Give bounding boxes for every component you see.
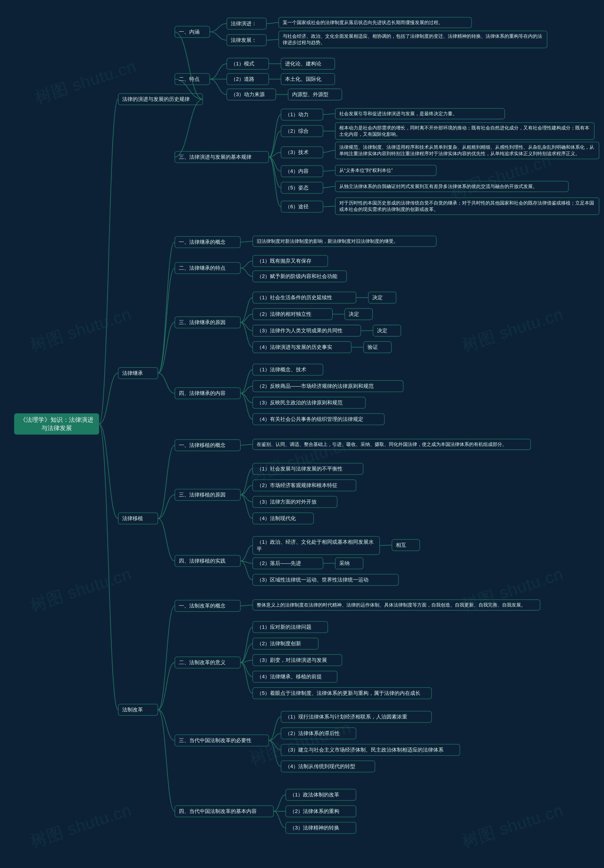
watermark: 树图 shutu.cn xyxy=(27,303,134,356)
node-c4_3[interactable]: （3）区域性法律统一运动、世界性法律统一运动 xyxy=(252,574,399,586)
node-d3_3[interactable]: （3）建立与社会主义市场经济体制、民主政治体制相适应的法律体系 xyxy=(281,744,460,756)
node-a2_2[interactable]: （2）道路 xyxy=(227,73,269,85)
node-d2[interactable]: 二、法制改革的意义 xyxy=(175,657,241,668)
mindmap-stage: 树图 shutu.cn树图 shutu.cn树图 shutu.cn树图 shut… xyxy=(0,0,604,868)
node-a3_5[interactable]: （5）姿态 xyxy=(281,182,323,194)
node-c4_1t[interactable]: 相互 xyxy=(392,539,420,551)
node-a3_6t[interactable]: 对于历时性的本国历史形成的法律传统自觉不自觉的继承；对于共时性的其他国家和社会的… xyxy=(335,197,599,215)
node-l1d[interactable]: 法制改革 xyxy=(118,704,158,716)
node-d2_3[interactable]: （3）剧变，对法律演进与发展 xyxy=(252,654,342,666)
node-a3_6[interactable]: （6）途径 xyxy=(281,201,323,212)
node-c4_2[interactable]: （2）落后——先进 xyxy=(252,557,323,569)
node-a3_2t[interactable]: 根本动力是社会内部需求的增长，同时离不开外部环境的推动；既有社会自然进化成分，又… xyxy=(335,122,595,140)
node-b3_2t[interactable]: 决定 xyxy=(344,308,373,320)
node-a3[interactable]: 三、法律演进与发展的基本规律 xyxy=(175,151,269,163)
node-l1c[interactable]: 法律移植 xyxy=(118,513,158,524)
node-b3[interactable]: 三、法律继承的原因 xyxy=(175,316,241,328)
node-d4_1[interactable]: （1）政法体制的改革 xyxy=(286,789,356,801)
node-a3_2[interactable]: （2）综合 xyxy=(281,125,323,137)
node-c1[interactable]: 一、法律移植的概念 xyxy=(175,439,241,451)
node-a2_1[interactable]: （1）模式 xyxy=(227,58,269,70)
node-a2_1t[interactable]: 进化论、建构论 xyxy=(281,58,335,70)
node-b4_4[interactable]: （4）有关社会公共事务的组织管理的法律规定 xyxy=(252,413,385,425)
node-d3[interactable]: 三、当代中国法制改革的必要性 xyxy=(175,735,269,746)
node-a2[interactable]: 二、特点 xyxy=(175,73,210,85)
node-b1t[interactable]: 旧法律制度对新法律制度的影响，新法律制度对旧法律制度的继受。 xyxy=(252,236,437,247)
node-a2_2t[interactable]: 本土化、国际化 xyxy=(281,73,335,85)
node-a3_4t[interactable]: 从“义务本位”到“权利本位” xyxy=(335,165,437,176)
node-b3_4[interactable]: （4）法律演进与发展的历史事实 xyxy=(252,341,352,353)
watermark: 树图 shutu.cn xyxy=(459,799,566,852)
node-c3[interactable]: 三、法律移植的原因 xyxy=(175,489,241,501)
watermark: 树图 shutu.cn xyxy=(27,799,134,852)
node-a1bt[interactable]: 与社会经济、政治、文化全面发展相适应、相协调的，包括了法律制度的变迁、法律精神的… xyxy=(278,31,547,48)
node-c3_4[interactable]: （4）法制现代化 xyxy=(252,513,314,524)
node-d2_2[interactable]: （2）法律制度创新 xyxy=(252,638,318,649)
watermark: 树图 shutu.cn xyxy=(459,303,566,356)
node-d3_4[interactable]: （4）法制从传统到现代的转型 xyxy=(281,761,375,772)
node-b2_1[interactable]: （1）既有抛弃又有保存 xyxy=(252,255,328,267)
node-b2_2[interactable]: （2）赋予新的阶级内容和社会功能 xyxy=(252,270,347,282)
node-a3_5t[interactable]: 从独立法律体系的自我确证封闭式发展到互有差异多法律体系的彼此交流与融合的开放式发… xyxy=(335,181,568,192)
node-a3_3[interactable]: （3）技术 xyxy=(281,146,323,158)
node-c3_1[interactable]: （1）社会发展与法律发展的不平衡性 xyxy=(252,463,363,475)
node-b4_1[interactable]: （1）法律概念、技术 xyxy=(252,364,323,375)
node-b1[interactable]: 一、法律继承的概念 xyxy=(175,236,241,248)
node-d2_1[interactable]: （1）应对新的法律问题 xyxy=(252,621,328,633)
watermark: 树图 shutu.cn xyxy=(27,563,134,617)
node-a1b[interactable]: 法律发展： xyxy=(227,34,267,46)
node-b3_1[interactable]: （1）社会生活条件的历史延续性 xyxy=(252,292,356,304)
node-b4_2[interactable]: （2）反映商品——市场经济规律的法律原则和规范 xyxy=(252,380,403,392)
node-d3_2[interactable]: （2）法律体系的滞后性 xyxy=(281,727,356,739)
node-b4[interactable]: 四、法律继承的内容 xyxy=(175,388,241,399)
node-a1a[interactable]: 法律演进： xyxy=(227,18,267,29)
node-b3_3t[interactable]: 决定 xyxy=(373,325,401,336)
node-a3_4[interactable]: （4）内容 xyxy=(281,165,323,177)
node-a1at[interactable]: 某一个国家或社会的法律制度从落后状态向先进状态长期而缓慢发展的过程。 xyxy=(278,17,472,28)
node-c3_3[interactable]: （3）法律方面的对外开放 xyxy=(252,496,337,508)
node-l1a[interactable]: 法律的演进与发展的历史规律 xyxy=(118,93,203,105)
node-b3_1t[interactable]: 决定 xyxy=(368,292,396,304)
node-b4_3[interactable]: （3）反映民主政治的法律原则和规范 xyxy=(252,397,366,409)
node-d4[interactable]: 四、当代中国法制改革的基本内容 xyxy=(175,805,274,817)
node-a3_1t[interactable]: 社会发展引导和促进法律演进与发展，是最终决定力量。 xyxy=(335,108,505,119)
node-c3_2[interactable]: （2）市场经济客观规律和根本特征 xyxy=(252,479,356,491)
node-d1[interactable]: 一、法制改革的概念 xyxy=(175,600,241,612)
node-root[interactable]: 《法理学》知识：法律演进与法律发展 xyxy=(14,413,99,435)
node-c1t[interactable]: 在鉴别、认同、调适、整合基础上，引进、吸收、采纳、摄取、同化外国法律，使之成为本… xyxy=(252,439,531,450)
node-d2_4[interactable]: （4）法律继承、移植的前提 xyxy=(252,671,337,683)
node-d1t[interactable]: 整体意义上的法律制度在法律的时代精神、法律的运作体制、具体法律制度等方面，自我创… xyxy=(252,600,540,611)
node-a2_3t[interactable]: 内源型、外源型 xyxy=(288,88,342,101)
node-a2_3[interactable]: （3）动力来源 xyxy=(227,88,276,101)
node-a1[interactable]: 一、内涵 xyxy=(175,26,210,38)
node-l1b[interactable]: 法律继承 xyxy=(118,367,158,379)
node-a3_3t[interactable]: 法律规范、法律制度、法律适用程序和技术从简单到复杂、从粗糙到精细、从感性到理性、… xyxy=(335,142,599,159)
node-d2_5[interactable]: （5）着眼点于法律制度、法律体系的更新与重构，属于法律的内在成长 xyxy=(252,687,432,699)
node-b3_3[interactable]: （3）法律作为人类文明成果的共同性 xyxy=(252,325,361,336)
node-a3_1[interactable]: （1）动力 xyxy=(281,108,323,121)
node-b3_4t[interactable]: 验证 xyxy=(363,341,392,353)
node-c4_1[interactable]: （1）政治、经济、文化处于相同或基本相同发展水平 xyxy=(252,536,380,555)
node-b3_2[interactable]: （2）法律的相对独立性 xyxy=(252,308,333,320)
node-c4[interactable]: 四、法律移植的实践 xyxy=(175,555,241,567)
node-c4_2t[interactable]: 采纳 xyxy=(335,557,363,569)
node-d3_1[interactable]: （1）现行法律体系与计划经济相联系，人治因素浓重 xyxy=(281,711,432,723)
node-d4_3[interactable]: （3）法律精神的转换 xyxy=(286,822,356,834)
node-d4_2[interactable]: （2）法律体系的重构 xyxy=(286,805,356,817)
node-b2[interactable]: 二、法律继承的特点 xyxy=(175,262,241,274)
